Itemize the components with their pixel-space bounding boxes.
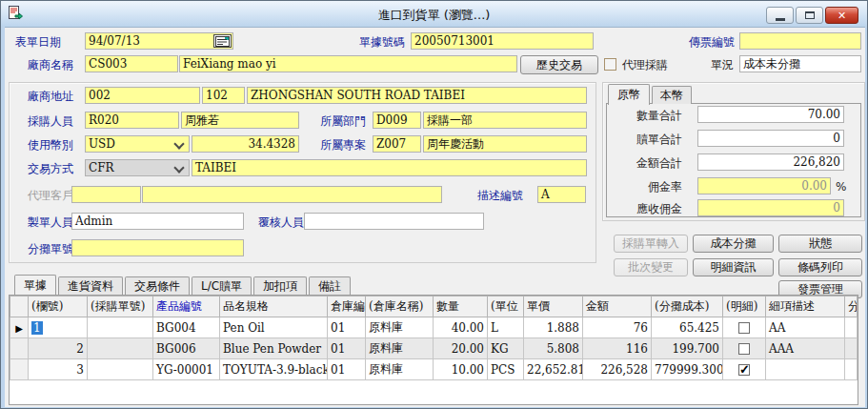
doc-no-field[interactable]: 20050713001 bbox=[411, 32, 594, 50]
cell-extra[interactable] bbox=[845, 359, 858, 380]
cell-qty[interactable]: 40.00 bbox=[434, 317, 488, 338]
tab-receiving-data[interactable]: 進貨資料 bbox=[58, 276, 123, 295]
cell-item-desc[interactable] bbox=[766, 359, 845, 380]
grid-header-spec[interactable]: 品名規格 bbox=[220, 297, 328, 317]
purchaser-code-field[interactable]: R020 bbox=[85, 112, 179, 129]
cell-line-no[interactable]: 3 bbox=[29, 359, 88, 380]
agent-purchase-checkbox[interactable] bbox=[604, 58, 616, 71]
detail-checkbox[interactable] bbox=[738, 322, 750, 334]
department-name-field[interactable]: 採購一部 bbox=[423, 112, 587, 129]
detail-info-button[interactable]: 明細資訊 bbox=[693, 258, 774, 276]
address-code2-field[interactable]: 102 bbox=[202, 87, 245, 104]
department-code-field[interactable]: D009 bbox=[373, 112, 421, 129]
cell-product-no[interactable]: BG004 bbox=[153, 317, 220, 338]
agent-customer-code-field[interactable] bbox=[71, 186, 141, 203]
row-selector-cell[interactable] bbox=[10, 338, 29, 359]
cell-alloc-cost[interactable]: 65.425 bbox=[652, 317, 723, 338]
address-field[interactable]: ZHONGSHAN SOUTH ROAD TAIBEI bbox=[247, 87, 587, 104]
cell-extra[interactable] bbox=[845, 338, 858, 359]
cell-spec[interactable]: Blue Pen Powder bbox=[220, 338, 328, 359]
allocation-no-field[interactable] bbox=[71, 239, 244, 256]
history-trade-button[interactable]: 歷史交易 bbox=[520, 55, 598, 74]
grid-header-alloc-cost[interactable]: (分攤成本) bbox=[652, 297, 723, 317]
cell-qty[interactable]: 10.00 bbox=[434, 359, 488, 380]
tab-original-currency[interactable]: 原幣 bbox=[608, 84, 650, 105]
status-button[interactable]: 狀態 bbox=[778, 235, 862, 253]
tab-remarks[interactable]: 備註 bbox=[309, 276, 351, 295]
exchange-rate-field[interactable]: 34.4328 bbox=[192, 135, 299, 153]
cell-spec[interactable]: Pen Oil bbox=[220, 317, 328, 338]
grid-header-amount[interactable]: 金額 bbox=[583, 297, 652, 317]
cell-amount[interactable]: 76 bbox=[583, 317, 652, 338]
cell-warehouse-name[interactable]: 原料庫 bbox=[366, 359, 434, 380]
vendor-code-field[interactable]: CS003 bbox=[85, 55, 178, 72]
cell-price[interactable]: 5.808 bbox=[524, 338, 583, 359]
grid-header-price[interactable]: 單價 bbox=[524, 297, 583, 317]
grid-header-warehouse-name[interactable]: (倉庫名稱) bbox=[366, 297, 434, 317]
cost-allocation-button[interactable]: 成本分攤 bbox=[693, 235, 774, 253]
cell-product-no[interactable]: BG006 bbox=[153, 338, 220, 359]
cell-item-desc[interactable]: AAA bbox=[766, 338, 845, 359]
cell-unit[interactable]: PCS bbox=[488, 359, 524, 380]
tab-surcharges[interactable]: 加扣項 bbox=[253, 276, 307, 295]
row-selector-cell[interactable] bbox=[10, 359, 29, 380]
cell-warehouse-name[interactable]: 原料庫 bbox=[366, 317, 434, 338]
trade-place-field[interactable]: TAIBEI bbox=[192, 159, 587, 176]
cell-spec[interactable]: TOYUTA-3.9-black bbox=[220, 359, 328, 380]
form-date-field[interactable]: 94/07/13 bbox=[85, 32, 233, 50]
purchaser-name-field[interactable]: 周雅若 bbox=[181, 112, 299, 129]
detail-checkbox[interactable] bbox=[738, 343, 750, 355]
cell-po-no[interactable] bbox=[88, 317, 153, 338]
tab-local-currency[interactable]: 本幣 bbox=[652, 86, 692, 104]
cell-price[interactable]: 1.888 bbox=[524, 317, 583, 338]
cell-po-no[interactable] bbox=[88, 338, 153, 359]
cell-warehouse[interactable]: 01 bbox=[328, 338, 366, 359]
cell-alloc-cost[interactable]: 199.700 bbox=[652, 338, 723, 359]
commission-field[interactable]: 0 bbox=[697, 199, 844, 216]
grid-header-line-no[interactable]: (欄號) bbox=[29, 297, 88, 317]
cell-po-no[interactable] bbox=[88, 359, 153, 380]
grid-header-qty[interactable]: 數量 bbox=[434, 297, 488, 317]
description-no-field[interactable]: A bbox=[537, 186, 586, 203]
date-picker-button[interactable] bbox=[213, 34, 232, 48]
cell-line-no[interactable]: 1 bbox=[29, 317, 88, 338]
cell-unit[interactable]: L bbox=[488, 317, 524, 338]
agent-customer-name-field[interactable] bbox=[142, 186, 442, 203]
close-button[interactable] bbox=[825, 7, 858, 24]
detail-checkbox[interactable] bbox=[738, 364, 750, 376]
cell-warehouse[interactable]: 01 bbox=[328, 317, 366, 338]
row-selector-cell[interactable]: ▶ bbox=[10, 317, 29, 338]
cell-warehouse[interactable]: 01 bbox=[328, 359, 366, 380]
project-name-field[interactable]: 周年慶活動 bbox=[423, 135, 587, 153]
currency-select[interactable]: USD bbox=[85, 135, 190, 153]
cell-alloc-cost[interactable]: 779999.300 bbox=[652, 359, 723, 380]
trade-terms-select[interactable]: CFR bbox=[85, 159, 190, 176]
grid-header-po-no[interactable]: (採購單號) bbox=[88, 297, 153, 317]
voucher-no-field[interactable] bbox=[739, 32, 861, 50]
grid-header-item-desc[interactable]: 細項描述 bbox=[766, 297, 845, 317]
commission-rate-field[interactable]: 0.00 bbox=[697, 177, 831, 194]
cell-price[interactable]: 22,652.819 bbox=[524, 359, 583, 380]
cell-line-no[interactable]: 2 bbox=[29, 338, 88, 359]
cell-extra[interactable] bbox=[845, 317, 858, 338]
cell-qty[interactable]: 20.00 bbox=[434, 338, 488, 359]
tab-lc-redeem[interactable]: L/C贖單 bbox=[192, 276, 252, 295]
po-import-button[interactable]: 採購單轉入 bbox=[614, 235, 688, 253]
barcode-print-button[interactable]: 條碼列印 bbox=[778, 258, 862, 276]
cell-warehouse-name[interactable]: 原料庫 bbox=[366, 338, 434, 359]
tab-trade-conditions[interactable]: 交易條件 bbox=[125, 276, 190, 295]
address-code1-field[interactable]: 002 bbox=[85, 87, 200, 104]
cell-unit[interactable]: KG bbox=[488, 338, 524, 359]
cell-product-no[interactable]: YG-00001 bbox=[153, 359, 220, 380]
grid-header-unit[interactable]: (單位 bbox=[488, 297, 524, 317]
cell-amount[interactable]: 226,528 bbox=[583, 359, 652, 380]
grid-header-warehouse[interactable]: 倉庫編 bbox=[328, 297, 366, 317]
grid-header-detail[interactable]: (明細) bbox=[723, 297, 766, 317]
vendor-name-field[interactable]: FeiXiang mao yi bbox=[179, 55, 517, 72]
tab-document[interactable]: 單據 bbox=[14, 275, 56, 295]
cell-amount[interactable]: 116 bbox=[583, 338, 652, 359]
batch-change-button[interactable]: 批次變更 bbox=[614, 258, 688, 276]
grid-header-product-no[interactable]: 產品編號 bbox=[153, 297, 220, 317]
cell-item-desc[interactable]: AA bbox=[766, 317, 845, 338]
maximize-button[interactable] bbox=[796, 7, 823, 24]
